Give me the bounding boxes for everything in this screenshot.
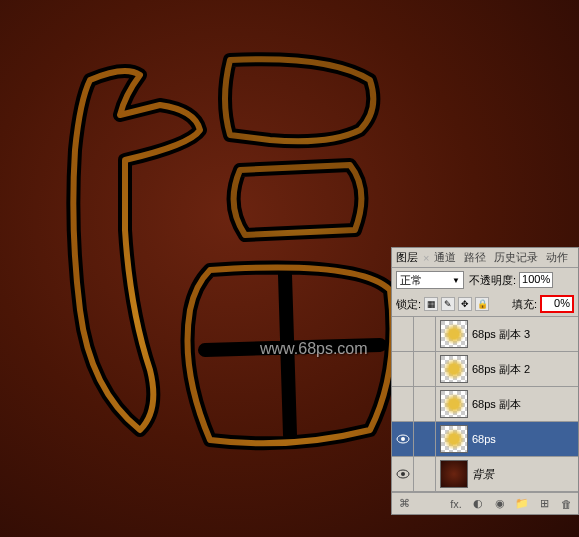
blend-mode-select[interactable]: 正常 ▼: [396, 271, 464, 289]
link-column[interactable]: [414, 352, 436, 387]
footer-left-icons: ⌘: [396, 496, 412, 512]
lock-label: 锁定:: [396, 297, 421, 312]
visibility-toggle[interactable]: [392, 317, 414, 352]
link-column[interactable]: [414, 422, 436, 457]
layer-row[interactable]: 68ps 副本 2: [392, 352, 578, 387]
layer-row[interactable]: 68ps 副本 3: [392, 317, 578, 352]
layer-row[interactable]: 68ps 副本: [392, 387, 578, 422]
lock-icons-group: ▦ ✎ ✥ 🔒: [424, 297, 489, 311]
eye-icon: [396, 434, 410, 444]
fill-input[interactable]: 0%: [540, 295, 574, 313]
fx-icon[interactable]: fx.: [448, 496, 464, 512]
tab-separator: ×: [423, 252, 429, 264]
layer-thumbnail[interactable]: [440, 425, 468, 453]
blend-mode-row: 正常 ▼ 不透明度: 100%: [392, 268, 578, 292]
layers-panel: 图层 × 通道 路径 历史记录 动作 正常 ▼ 不透明度: 100% 锁定: ▦…: [391, 247, 579, 515]
adjustment-icon[interactable]: ◉: [492, 496, 508, 512]
layer-list: 68ps 副本 3 68ps 副本 2 68ps 副本 68ps: [392, 317, 578, 492]
panel-footer: ⌘ fx. ◐ ◉ 📁 ⊞ 🗑: [392, 492, 578, 514]
lock-transparent-icon[interactable]: ▦: [424, 297, 438, 311]
new-layer-icon[interactable]: ⊞: [536, 496, 552, 512]
layer-thumbnail[interactable]: [440, 355, 468, 383]
visibility-toggle[interactable]: [392, 422, 414, 457]
lock-move-icon[interactable]: ✥: [458, 297, 472, 311]
layer-name-label: 背景: [472, 467, 578, 482]
lock-brush-icon[interactable]: ✎: [441, 297, 455, 311]
tab-channels[interactable]: 通道: [430, 248, 460, 267]
layer-row[interactable]: 68ps: [392, 422, 578, 457]
visibility-toggle[interactable]: [392, 352, 414, 387]
tab-actions[interactable]: 动作: [542, 248, 572, 267]
layer-row[interactable]: 背景: [392, 457, 578, 492]
footer-right-icons: fx. ◐ ◉ 📁 ⊞ 🗑: [448, 496, 574, 512]
link-icon[interactable]: ⌘: [396, 496, 412, 512]
visibility-toggle[interactable]: [392, 387, 414, 422]
trash-icon[interactable]: 🗑: [558, 496, 574, 512]
visibility-toggle[interactable]: [392, 457, 414, 492]
tab-paths[interactable]: 路径: [460, 248, 490, 267]
panel-tabs: 图层 × 通道 路径 历史记录 动作: [392, 248, 578, 268]
tab-history[interactable]: 历史记录: [490, 248, 542, 267]
eye-icon: [396, 469, 410, 479]
chevron-down-icon: ▼: [452, 276, 460, 285]
layer-name-label: 68ps 副本 3: [472, 327, 578, 342]
link-column[interactable]: [414, 317, 436, 352]
blend-mode-value: 正常: [400, 273, 422, 288]
fu-character-artwork: [30, 30, 410, 460]
watermark-text: www.68ps.com: [260, 340, 368, 358]
lock-all-icon[interactable]: 🔒: [475, 297, 489, 311]
layer-name-label: 68ps 副本 2: [472, 362, 578, 377]
link-column[interactable]: [414, 457, 436, 492]
link-column[interactable]: [414, 387, 436, 422]
opacity-label: 不透明度:: [469, 273, 516, 288]
svg-point-1: [401, 437, 405, 441]
layer-thumbnail[interactable]: [440, 460, 468, 488]
svg-point-3: [401, 472, 405, 476]
layer-thumbnail[interactable]: [440, 320, 468, 348]
folder-icon[interactable]: 📁: [514, 496, 530, 512]
fill-label: 填充:: [512, 297, 537, 312]
opacity-input[interactable]: 100%: [519, 272, 553, 288]
mask-icon[interactable]: ◐: [470, 496, 486, 512]
layer-name-label: 68ps 副本: [472, 397, 578, 412]
lock-row: 锁定: ▦ ✎ ✥ 🔒 填充: 0%: [392, 292, 578, 317]
tab-layers[interactable]: 图层: [392, 248, 422, 267]
layer-name-label: 68ps: [472, 433, 578, 445]
layer-thumbnail[interactable]: [440, 390, 468, 418]
